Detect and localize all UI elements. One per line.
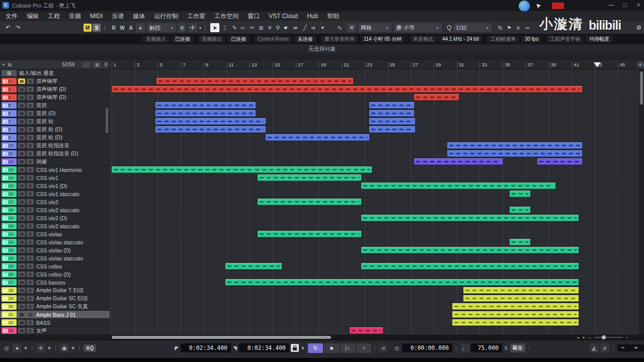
- track-row[interactable]: 29MSAmple Guitar SC 扫弦: [0, 295, 110, 302]
- setup-gear-icon[interactable]: ⚙: [635, 23, 643, 32]
- close-button[interactable]: ×: [633, 2, 643, 9]
- automation-mode-dropdown[interactable]: 触控▼: [147, 23, 176, 32]
- track-row[interactable]: 9MS琵琶 轮 (D): [0, 134, 110, 141]
- curve-kind-icon[interactable]: ∿: [335, 23, 344, 32]
- status-segment-0[interactable]: 音频输入已连接: [142, 36, 194, 43]
- midi-clip[interactable]: [414, 94, 459, 101]
- track-mute-button[interactable]: M: [18, 247, 25, 253]
- track-mute-button[interactable]: M: [18, 199, 25, 205]
- track-mute-button[interactable]: M: [18, 151, 25, 156]
- track-mute-button[interactable]: M: [18, 304, 25, 309]
- more-options-icon[interactable]: ⋮: [77, 345, 82, 351]
- track-mute-button[interactable]: M: [18, 143, 25, 148]
- track-solo-button[interactable]: S: [27, 127, 34, 132]
- track-row[interactable]: 31MSAmple Bass J 01: [0, 311, 110, 318]
- track-solo-button[interactable]: S: [27, 255, 34, 261]
- record-mode-icon[interactable]: ●: [13, 343, 22, 352]
- split-tool-icon[interactable]: ✂: [248, 23, 257, 32]
- track-mute-button[interactable]: M: [18, 239, 25, 245]
- chevron-down-icon[interactable]: ▼: [300, 345, 305, 351]
- track-mute-button[interactable]: M: [18, 272, 25, 277]
- track-mute-button[interactable]: M: [18, 175, 25, 180]
- track-row[interactable]: 2MS原声钢琴: [0, 77, 110, 85]
- automation-a-button[interactable]: A: [127, 24, 135, 32]
- track-mute-button[interactable]: M: [18, 296, 25, 301]
- chevron-down-icon[interactable]: ▼: [23, 345, 28, 351]
- midi-clip[interactable]: [463, 295, 579, 302]
- track-mute-button[interactable]: M: [18, 119, 25, 124]
- midi-clip[interactable]: [369, 118, 415, 125]
- track-row[interactable]: 25MSCSS cellos: [0, 262, 110, 270]
- midi-clip[interactable]: [155, 102, 256, 109]
- track-row[interactable]: 27MSCSS basses: [0, 279, 110, 286]
- zoom-slider-thumb[interactable]: [602, 335, 606, 339]
- cycle-button[interactable]: ↻: [308, 343, 323, 353]
- vertical-scrollbar[interactable]: [639, 69, 644, 335]
- quantize-option-icon-1[interactable]: ⚑: [505, 23, 513, 32]
- midi-clip[interactable]: [510, 239, 530, 245]
- track-mute-button[interactable]: M: [18, 103, 25, 108]
- range-selection-tool-icon[interactable]: ⌶: [220, 23, 229, 32]
- track-preset-icon[interactable]: ⧉: [8, 62, 12, 68]
- midi-clip[interactable]: [253, 166, 371, 173]
- track-solo-button[interactable]: S: [27, 296, 34, 301]
- midi-clip[interactable]: [350, 327, 383, 334]
- status-segment-5[interactable]: 工程帧速率30 fps: [487, 36, 542, 43]
- midi-clip[interactable]: [156, 78, 353, 84]
- more-options-icon[interactable]: ⋮: [454, 345, 459, 351]
- status-segment-1[interactable]: 音频输出已连接: [198, 36, 250, 43]
- track-mute-button[interactable]: M: [18, 86, 25, 92]
- nudge-icon[interactable]: ◀: [378, 343, 387, 352]
- track-solo-button[interactable]: S: [27, 103, 34, 108]
- track-solo-button[interactable]: S: [27, 239, 34, 245]
- menu-item-9[interactable]: 工作空间: [210, 11, 243, 21]
- right-locator-display[interactable]: 0:02:34.400: [239, 343, 289, 352]
- track-row-io[interactable]: ▤输入/输出 通道: [0, 69, 110, 77]
- track-solo-button[interactable]: S: [27, 183, 34, 189]
- track-mute-button[interactable]: M: [18, 183, 25, 189]
- track-solo-button[interactable]: S: [27, 280, 34, 285]
- track-mute-button[interactable]: M: [18, 191, 25, 197]
- track-mute-button[interactable]: M: [18, 328, 25, 333]
- track-row[interactable]: 6MS琵琶 (D): [0, 110, 110, 117]
- track-row[interactable]: 17MSCSS vio2: [0, 198, 110, 206]
- midi-clip[interactable]: [112, 166, 253, 173]
- redo-icon[interactable]: ↷: [14, 23, 22, 32]
- zoom-in-icon[interactable]: +: [626, 335, 628, 340]
- menu-item-7[interactable]: 运行控制: [149, 11, 183, 21]
- menu-item-4[interactable]: MIDI: [86, 11, 107, 21]
- track-row[interactable]: 24MSCSS violas staccato: [0, 254, 110, 262]
- midi-clip[interactable]: [452, 311, 579, 318]
- automation-w-button[interactable]: W: [118, 24, 126, 32]
- color-tool-icon[interactable]: ✦: [318, 23, 327, 32]
- automation-r-button[interactable]: R: [110, 24, 118, 32]
- zoom-menu-icon[interactable]: ▾: [583, 335, 585, 340]
- track-solo-button[interactable]: S: [27, 159, 34, 164]
- track-solo-button[interactable]: S: [27, 207, 34, 213]
- track-mute-button[interactable]: M: [18, 78, 25, 84]
- midi-clip[interactable]: [369, 110, 414, 117]
- audio-quantize-button[interactable]: AQ: [84, 344, 96, 352]
- automation-s-button[interactable]: S: [93, 24, 101, 32]
- menu-item-10[interactable]: 窗口: [243, 11, 264, 21]
- sync-icon[interactable]: e: [600, 343, 609, 352]
- track-row[interactable]: 33MS女声: [0, 327, 110, 334]
- glue-tool-icon[interactable]: ⊞: [257, 23, 266, 32]
- more-options-icon[interactable]: ⋮: [611, 345, 616, 351]
- track-mute-button[interactable]: M: [18, 263, 25, 269]
- timeline-ruler[interactable]: ▼ 13579111315171921232527293133353739414…: [110, 60, 644, 69]
- track-mute-button[interactable]: M: [18, 215, 25, 221]
- midi-clip[interactable]: [155, 118, 266, 125]
- chevron-down-icon[interactable]: ▼: [70, 345, 75, 351]
- track-solo-button[interactable]: S: [27, 78, 34, 84]
- midi-clip[interactable]: [452, 319, 579, 326]
- midi-clip[interactable]: [112, 86, 582, 93]
- punch-mode-icon[interactable]: ◉: [60, 343, 69, 352]
- snap-type-dropdown[interactable]: 网格▼: [358, 23, 391, 32]
- tempo-note-icon[interactable]: ♩: [460, 343, 469, 352]
- midi-clip[interactable]: [258, 199, 361, 205]
- track-row[interactable]: 8MS琵琶 轮 (D): [0, 126, 110, 133]
- midi-clip[interactable]: [414, 158, 503, 165]
- menu-item-3[interactable]: 音频: [64, 11, 86, 21]
- midi-clip[interactable]: [225, 279, 579, 286]
